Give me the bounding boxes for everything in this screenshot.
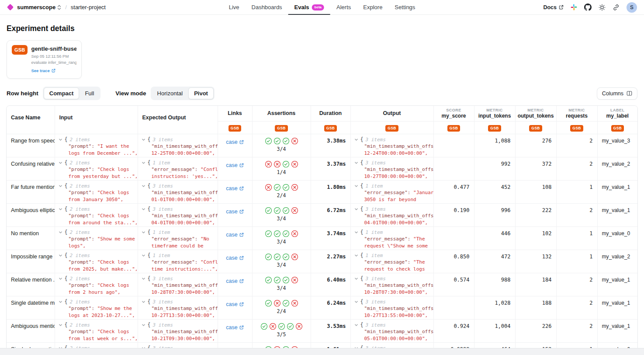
input-cell[interactable]: {2 items"prompt": "Check logsfrom last w… <box>55 319 138 342</box>
expected-output-cell[interactable]: {1 item"error_message": "Conflictiinstru… <box>138 157 218 180</box>
project-name[interactable]: starter-project <box>71 4 106 10</box>
expected-output-cell[interactable]: {3 items"min_timestamp_with_offset"04-01… <box>138 203 218 226</box>
collapse-chevron-icon[interactable] <box>142 207 145 211</box>
input-cell[interactable]: {2 items"prompt": "I want thelogs from D… <box>55 134 138 157</box>
case-name-cell[interactable]: Ambiguous elliptic... <box>7 203 55 226</box>
case-name-cell[interactable]: Single day mention <box>7 342 55 348</box>
output-cell[interactable]: {3 items"min_timestamp_with_offset"10-28… <box>350 273 433 296</box>
theme-toggle-icon[interactable] <box>599 4 606 11</box>
share-link-icon[interactable] <box>613 4 620 11</box>
input-cell[interactable]: {2 items"prompt": "Check logsfrom 2 hour… <box>55 273 138 296</box>
case-name-cell[interactable]: Ambiguous mention <box>7 319 55 342</box>
collapse-chevron-icon[interactable] <box>354 277 358 281</box>
output-cell[interactable]: {3 items"min_timestamp_with_offset"05-01… <box>350 319 433 342</box>
view-mode-pivot-button[interactable]: Pivot <box>188 87 214 99</box>
output-cell[interactable]: {3 items"min_timestamp_with_offset"10-27… <box>350 296 433 319</box>
collapse-chevron-icon[interactable] <box>59 230 62 234</box>
case-link[interactable]: case <box>226 162 243 168</box>
nav-item-alerts[interactable]: Alerts <box>330 0 357 15</box>
collapse-chevron-icon[interactable] <box>142 184 145 188</box>
slack-icon[interactable] <box>571 4 577 10</box>
case-name-cell[interactable]: Far future mention <box>7 180 55 203</box>
collapse-chevron-icon[interactable] <box>59 207 62 211</box>
org-name[interactable]: summerscope <box>17 4 55 10</box>
output-cell[interactable]: {1 item"error_message": "January3050 is … <box>350 180 433 203</box>
json-preview: "error_message": "Therequest to check lo… <box>364 259 433 273</box>
input-cell[interactable]: {2 items"prompt": "Check logsfrom around… <box>55 203 138 226</box>
case-link[interactable]: case <box>226 255 243 261</box>
see-trace-link[interactable]: See trace <box>31 68 55 73</box>
github-icon[interactable] <box>584 3 592 11</box>
case-name-cell[interactable]: Relative mention ... <box>7 273 55 296</box>
row-height-full-button[interactable]: Full <box>79 87 100 99</box>
input-cell[interactable]: {2 items"prompt": "Show me somelogs", <box>55 226 138 250</box>
collapse-chevron-icon[interactable] <box>59 300 62 304</box>
output-cell[interactable]: {3 items"min_timestamp_with_offset"12-24… <box>350 134 433 157</box>
collapse-chevron-icon[interactable] <box>142 138 145 142</box>
collapse-chevron-icon[interactable] <box>142 230 145 234</box>
output-cell[interactable]: {1 item"error_message": "Therequest \"Sh… <box>350 226 433 250</box>
nav-item-evals[interactable]: Evalsbeta <box>288 0 330 15</box>
expected-output-cell[interactable]: {3 items"min_timestamp_with_offset"10-21… <box>138 319 218 342</box>
case-link[interactable]: case <box>226 278 243 284</box>
collapse-chevron-icon[interactable] <box>354 184 358 188</box>
output-cell[interactable]: {3 items"min_timestamp_with_offset"05-08… <box>350 342 433 348</box>
nav-item-live[interactable]: Live <box>223 0 246 15</box>
docs-link[interactable]: Docs <box>543 4 564 10</box>
case-link[interactable]: case <box>226 209 243 215</box>
input-cell[interactable]: {2 items"prompt": "Check logsfrom Januar… <box>55 180 138 203</box>
input-cell[interactable]: {2 items"prompt": "Show me thelogs at 20… <box>55 296 138 319</box>
collapse-chevron-icon[interactable] <box>59 138 62 142</box>
collapse-chevron-icon[interactable] <box>354 254 358 258</box>
collapse-chevron-icon[interactable] <box>142 300 145 304</box>
experiment-card[interactable]: GSB gentle-sniff-buses Sep 05 12:11:56 P… <box>7 40 82 79</box>
collapse-chevron-icon[interactable] <box>354 323 358 327</box>
nav-item-explore[interactable]: Explore <box>357 0 388 15</box>
case-name-cell[interactable]: Impossible range <box>7 250 55 273</box>
expected-output-cell[interactable]: {3 items"min_timestamp_with_offset"12-25… <box>138 134 218 157</box>
collapse-chevron-icon[interactable] <box>354 207 358 211</box>
collapse-chevron-icon[interactable] <box>59 161 62 165</box>
case-link[interactable]: case <box>226 301 243 307</box>
collapse-chevron-icon[interactable] <box>59 254 62 258</box>
case-link[interactable]: case <box>226 324 243 331</box>
input-cell[interactable]: {2 items"prompt": "Check logsfrom yester… <box>55 157 138 180</box>
case-name-cell[interactable]: Confusing relative... <box>7 157 55 180</box>
collapse-chevron-icon[interactable] <box>354 138 358 142</box>
collapse-chevron-icon[interactable] <box>59 184 62 188</box>
avatar[interactable]: S <box>627 2 637 13</box>
expected-output-cell[interactable]: {3 items"min_timestamp_with_offset"10-28… <box>138 273 218 296</box>
expected-output-cell[interactable]: {3 items"min_timestamp_with_offset"05-08… <box>138 342 218 348</box>
row-height-compact-button[interactable]: Compact <box>44 87 80 99</box>
collapse-chevron-icon[interactable] <box>354 300 358 304</box>
input-cell[interactable]: {2 items"prompt": "Check logsfrom 2025, … <box>55 250 138 273</box>
output-cell[interactable]: {1 item"error_message": "Therequest to c… <box>350 250 433 273</box>
case-link[interactable]: case <box>226 185 243 191</box>
app-logo-icon[interactable] <box>7 4 14 11</box>
collapse-chevron-icon[interactable] <box>59 277 62 281</box>
collapse-chevron-icon[interactable] <box>142 254 145 258</box>
collapse-chevron-icon[interactable] <box>142 277 145 281</box>
output-cell[interactable]: {3 items"min_timestamp_with_offset"10-27… <box>350 157 433 180</box>
expected-output-cell[interactable]: {1 item"error_message": "Notimeframe cou… <box>138 226 218 250</box>
columns-button[interactable]: Columns <box>597 87 637 100</box>
expected-output-cell[interactable]: {1 item"error_message": "Conflict:time i… <box>138 250 218 273</box>
nav-item-settings[interactable]: Settings <box>388 0 421 15</box>
case-name-cell[interactable]: Single datetime m... <box>7 296 55 319</box>
collapse-chevron-icon[interactable] <box>142 323 145 327</box>
collapse-chevron-icon[interactable] <box>354 230 358 234</box>
expected-output-cell[interactable]: {3 items"min_timestamp_with_offset"10-27… <box>138 296 218 319</box>
input-cell[interactable]: {2 items"prompt": "I want to seelogs fro… <box>55 342 138 348</box>
case-name-cell[interactable]: Range from speech <box>7 134 55 157</box>
collapse-chevron-icon[interactable] <box>59 323 62 327</box>
output-cell[interactable]: {3 items"min_timestamp_with_offset"04-01… <box>350 203 433 226</box>
view-mode-horizontal-button[interactable]: Horizontal <box>152 87 189 99</box>
case-link[interactable]: case <box>226 232 243 238</box>
collapse-chevron-icon[interactable] <box>354 161 358 165</box>
case-link[interactable]: case <box>226 139 243 145</box>
org-switcher-icon[interactable] <box>57 4 61 10</box>
case-name-cell[interactable]: No mention <box>7 226 55 250</box>
nav-item-dashboards[interactable]: Dashboards <box>246 0 288 15</box>
collapse-chevron-icon[interactable] <box>142 161 145 165</box>
expected-output-cell[interactable]: {3 items"min_timestamp_with_offset"01-01… <box>138 180 218 203</box>
